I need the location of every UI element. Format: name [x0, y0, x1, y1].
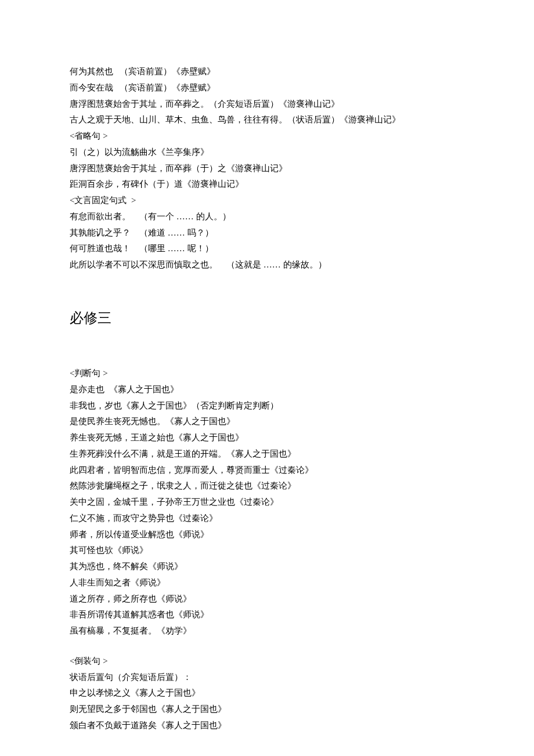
- section-heading: 必修三: [70, 305, 464, 331]
- text-line: <文言固定句式 >: [70, 193, 464, 209]
- block-top: 何为其然也 （宾语前置）《赤壁赋》而今安在哉 （宾语前置）《赤壁赋》唐浮图慧褒始…: [70, 64, 464, 273]
- text-line: 其孰能讥之乎？ （难道 …… 吗？）: [70, 225, 464, 241]
- text-line: 则无望民之多于邻国也《寡人之于国也》: [70, 701, 464, 718]
- text-line: 引（之）以为流觞曲水《兰亭集序》: [70, 144, 464, 161]
- document-page: 何为其然也 （宾语前置）《赤壁赋》而今安在哉 （宾语前置）《赤壁赋》唐浮图慧褒始…: [0, 0, 534, 756]
- text-line: 道之所存，师之所存也《师说》: [70, 591, 464, 607]
- block-judgment: <判断句 >是亦走也 《寡人之于国也》非我也，岁也《寡人之于国也》（否定判断肯定…: [70, 366, 464, 639]
- text-line: 状语后置句（介宾短语后置）：: [70, 670, 464, 686]
- text-line: <省略句 >: [70, 128, 464, 144]
- text-line: 此四君者，皆明智而忠信，宽厚而爱人，尊贤而重士《过秦论》: [70, 462, 464, 479]
- text-line: 其为惑也，终不解矣《师说》: [70, 559, 464, 575]
- text-line: 申之以孝悌之义《寡人之于国也》: [70, 685, 464, 701]
- text-line: 何为其然也 （宾语前置）《赤壁赋》: [70, 64, 464, 80]
- text-line: 关中之固，金城千里，子孙帝王万世之业也《过秦论》: [70, 494, 464, 511]
- block-inversion: <倒装句 >状语后置句（介宾短语后置）：申之以孝悌之义《寡人之于国也》则无望民之…: [70, 653, 464, 734]
- text-line: 其可怪也欤《师说》: [70, 542, 464, 559]
- text-line: 人非生而知之者《师说》: [70, 575, 464, 591]
- text-line: 而今安在哉 （宾语前置）《赤壁赋》: [70, 80, 464, 96]
- text-line: <判断句 >: [70, 366, 464, 382]
- text-line: 是使民养生丧死无憾也。《寡人之于国也》: [70, 414, 464, 430]
- text-line: 生养死葬没什么不满，就是王道的开端。《寡人之于国也》: [70, 446, 464, 462]
- text-line: 是亦走也 《寡人之于国也》: [70, 382, 464, 398]
- text-line: 非吾所谓传其道解其惑者也《师说》: [70, 607, 464, 623]
- text-line: <倒装句 >: [70, 653, 464, 670]
- text-line: 然陈涉瓮牖绳枢之子，氓隶之人，而迁徙之徒也《过秦论》: [70, 478, 464, 494]
- text-line: 此所以学者不可以不深思而慎取之也。 （这就是 …… 的缘故。）: [70, 257, 464, 273]
- spacer: [70, 639, 464, 653]
- text-line: 非我也，岁也《寡人之于国也》（否定判断肯定判断）: [70, 398, 464, 414]
- text-line: 有怠而欲出者。 （有一个 …… 的人。）: [70, 209, 464, 225]
- text-line: 虽有槁暴，不复挺者。《劝学》: [70, 623, 464, 639]
- text-line: 颁白者不负戴于道路矣《寡人之于国也》: [70, 718, 464, 734]
- text-line: 仁义不施，而攻守之势异也《过秦论》: [70, 511, 464, 527]
- text-line: 古人之观于天地、山川、草木、虫鱼、鸟兽，往往有得。（状语后置）《游褒禅山记》: [70, 112, 464, 128]
- text-line: 唐浮图慧褒始舍于其址，而卒葬（于）之《游褒禅山记》: [70, 161, 464, 177]
- text-line: 师者，所以传道受业解惑也《师说》: [70, 527, 464, 543]
- text-line: 距洞百余步，有碑仆（于）道《游褒禅山记》: [70, 176, 464, 193]
- text-line: 唐浮图慧褒始舍于其址，而卒葬之。（介宾短语后置）《游褒禅山记》: [70, 96, 464, 113]
- text-line: 养生丧死无憾，王道之始也《寡人之于国也》: [70, 430, 464, 446]
- text-line: 何可胜道也哉！ （哪里 …… 呢！）: [70, 241, 464, 257]
